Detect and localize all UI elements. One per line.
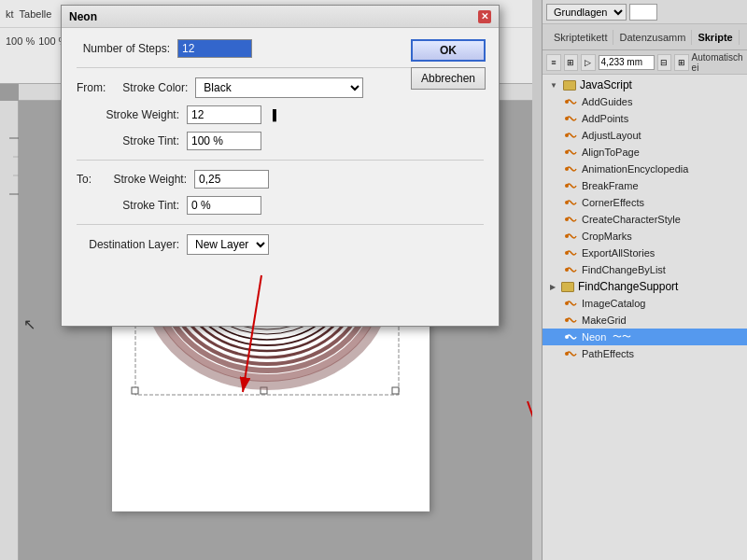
stroke-weight-from-row: Stroke Weight: ▌	[77, 105, 484, 124]
script-item-patheffects[interactable]: PathEffects	[543, 345, 747, 362]
script-item-addpoints[interactable]: AddPoints	[543, 110, 747, 127]
panel-tabs-header: Skriptetikett Datenzusamm Skripte	[543, 24, 747, 50]
icon-btn-1[interactable]: ≡	[546, 54, 561, 71]
stroke-tint-from-input[interactable]	[187, 132, 261, 150]
script-wave-icon	[565, 162, 578, 175]
script-item-addguides[interactable]: AddGuides	[543, 93, 747, 110]
script-wave-icon	[565, 297, 578, 310]
script-label-makegrid: MakeGrid	[582, 315, 627, 326]
svg-point-3	[565, 150, 569, 154]
script-wave-icon	[565, 314, 578, 327]
folder-icon-javascript	[563, 80, 576, 91]
ruler-v-ticks	[0, 101, 19, 560]
divider-2	[77, 160, 484, 161]
to-stroke-weight-label: Stroke Weight:	[112, 173, 187, 186]
search-input[interactable]	[629, 4, 657, 21]
stroke-tint-from-label: Stroke Tint:	[77, 134, 179, 147]
svg-point-5	[565, 184, 569, 188]
folder-javascript[interactable]: ▼ JavaScript	[543, 77, 747, 93]
script-label-adjustlayout: AdjustLayout	[582, 130, 641, 141]
script-item-cropmarks[interactable]: CropMarks	[543, 228, 747, 245]
icon-btn-5[interactable]: ⊞	[674, 54, 689, 71]
toolbar-label-tabelle: Tabelle	[20, 8, 52, 20]
folder-expand-icon: ▶	[550, 283, 556, 291]
toolbar-label-kt: kt	[6, 8, 14, 20]
icon-btn-2[interactable]: ⊞	[564, 54, 579, 71]
svg-point-13	[565, 335, 569, 339]
folder-findchangesupport[interactable]: ▶ FindChangeSupport	[543, 278, 747, 295]
grundlagen-select[interactable]: Grundlagen	[546, 4, 627, 21]
number-of-steps-input[interactable]	[177, 39, 252, 58]
to-stroke-tint-label: Stroke Tint:	[77, 199, 179, 212]
zoom-label-1: 100 %	[6, 35, 35, 47]
script-label-aligntopage: AlignToPage	[582, 147, 640, 158]
script-item-breakframe[interactable]: BreakFrame	[543, 177, 747, 194]
neon-dialog: Neon ✕ OK Abbrechen Number of Steps: Fro…	[61, 5, 500, 327]
script-item-findchangebylist[interactable]: FindChangeByList	[543, 261, 747, 278]
mm-input[interactable]	[599, 55, 655, 70]
svg-point-1	[565, 117, 569, 120]
svg-point-2	[565, 133, 569, 137]
tab-skripte[interactable]: Skripte	[692, 30, 739, 45]
svg-point-8	[565, 234, 569, 238]
panel-icons-row: ≡ ⊞ ▷ ⊟ ⊞ Automatisch ei	[543, 50, 747, 75]
dialog-title-label: Neon	[69, 10, 97, 23]
cursor-indicator: ▌	[273, 109, 280, 120]
icon-btn-4[interactable]: ⊟	[657, 54, 672, 71]
script-wave-icon	[565, 112, 578, 125]
neon-indicator: 〜〜	[613, 330, 631, 343]
stroke-tint-from-row: Stroke Tint:	[77, 132, 484, 150]
to-stroke-tint-input[interactable]	[187, 196, 261, 215]
icon-btn-3[interactable]: ▷	[581, 54, 596, 71]
divider-3	[77, 224, 484, 225]
ok-button[interactable]: OK	[411, 39, 486, 62]
script-item-neon[interactable]: Neon 〜〜	[543, 329, 747, 345]
script-label-animationencyclopedia: AnimationEncyclopedia	[582, 163, 688, 175]
to-stroke-weight-input[interactable]	[194, 170, 269, 189]
right-panel-icons: Grundlagen	[543, 0, 747, 24]
script-label-patheffects: PathEffects	[582, 348, 634, 359]
script-label-addguides: AddGuides	[582, 96, 632, 107]
script-item-createcharacterstyle[interactable]: CreateCharacterStyle	[543, 211, 747, 228]
dialog-close-button[interactable]: ✕	[478, 10, 491, 23]
script-item-animationencyclopedia[interactable]: AnimationEncyclopedia	[543, 161, 747, 177]
svg-rect-34	[132, 387, 138, 394]
script-wave-icon	[565, 213, 578, 226]
script-wave-icon	[565, 246, 578, 259]
script-wave-icon	[565, 129, 578, 142]
svg-point-0	[565, 100, 569, 104]
destination-layer-select[interactable]: New Layer	[187, 234, 269, 255]
script-item-adjustlayout[interactable]: AdjustLayout	[543, 127, 747, 144]
tab-datenzusamm[interactable]: Datenzusamm	[613, 30, 692, 45]
script-item-exportallstories[interactable]: ExportAllStories	[543, 245, 747, 261]
script-label-neon: Neon	[582, 331, 606, 343]
ruler-vertical	[0, 101, 19, 560]
cancel-button[interactable]: Abbrechen	[411, 67, 486, 90]
script-item-aligntopage[interactable]: AlignToPage	[543, 144, 747, 161]
stroke-color-select[interactable]: Black	[195, 77, 363, 98]
auto-label: Automatisch ei	[692, 52, 743, 73]
folder-label-findchangesupport: FindChangeSupport	[578, 280, 678, 293]
script-item-cornereffects[interactable]: CornerEffects	[543, 194, 747, 211]
svg-rect-36	[392, 387, 399, 394]
script-label-cornereffects: CornerEffects	[582, 197, 644, 208]
script-wave-icon-neon	[565, 330, 578, 343]
stroke-weight-from-input[interactable]	[187, 105, 261, 124]
destination-layer-label: Destination Layer:	[77, 238, 179, 251]
script-item-makegrid[interactable]: MakeGrid	[543, 312, 747, 329]
script-wave-icon	[565, 263, 578, 276]
dialog-title-bar: Neon ✕	[62, 6, 499, 28]
number-of-steps-label: Number of Steps:	[77, 42, 170, 55]
right-panel: Grundlagen Skriptetikett Datenzusamm Skr…	[542, 0, 747, 560]
script-label-findchangebylist: FindChangeByList	[582, 264, 666, 275]
script-label-createcharacterstyle: CreateCharacterStyle	[582, 214, 681, 225]
script-wave-icon	[565, 95, 578, 108]
script-label-breakframe: BreakFrame	[582, 180, 639, 191]
cursor-icon: ↖	[23, 315, 35, 333]
tab-skriptetikett[interactable]: Skriptetikett	[548, 30, 613, 45]
folder-icon-findchangesupport	[561, 282, 574, 292]
dialog-buttons: OK Abbrechen	[411, 39, 486, 90]
script-wave-icon	[565, 146, 578, 159]
script-item-imagecatalog[interactable]: ImageCatalog	[543, 295, 747, 312]
script-wave-icon	[565, 196, 578, 209]
